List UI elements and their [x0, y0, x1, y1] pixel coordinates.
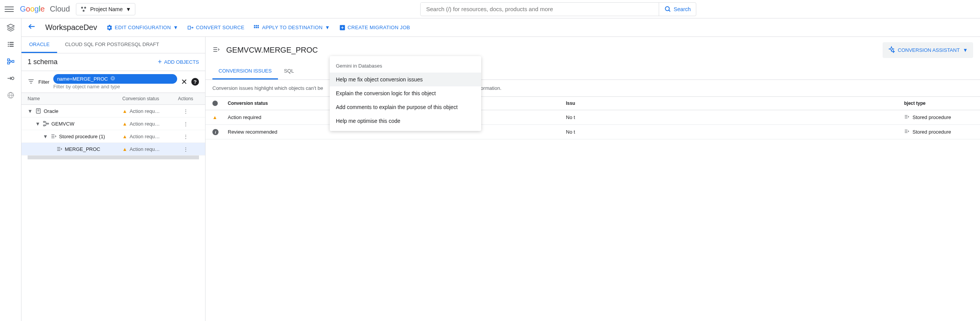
source-tabs: ORACLE CLOUD SQL FOR POSTGRESQL DRAFT — [21, 37, 205, 53]
issue-row[interactable]: ▲ Action required No t Stored procedure — [206, 110, 980, 125]
warning-icon: ▲ — [122, 134, 127, 139]
filter-label: Filter — [38, 79, 49, 85]
help-icon[interactable]: ? — [191, 78, 199, 86]
filter-row: Filter name=MERGE_PROC Filter by object … — [21, 71, 205, 93]
stored-procedure-icon — [904, 129, 909, 135]
svg-rect-6 — [8, 42, 9, 43]
tab-sql[interactable]: SQL — [278, 63, 300, 79]
stored-procedure-icon — [51, 133, 57, 139]
tree-header: Name Conversion status Actions — [21, 93, 205, 105]
svg-rect-8 — [8, 44, 9, 45]
warning-icon: ▲ — [212, 114, 228, 120]
dropdown-item-optimise[interactable]: Help me optimise this code — [330, 114, 481, 128]
search-container: Search — [141, 2, 975, 16]
create-migration-button[interactable]: CREATE MIGRATION JOB — [339, 25, 410, 31]
search-button-label: Search — [674, 6, 691, 12]
horizontal-scrollbar[interactable] — [28, 156, 199, 159]
filter-icon — [28, 78, 35, 86]
stored-procedure-icon — [56, 146, 62, 152]
schema-bar: 1 schema + ADD OBJECTS — [21, 53, 205, 71]
edit-configuration-button[interactable]: EDIT CONFIGURATION ▼ — [106, 25, 178, 31]
nav-globe-icon[interactable] — [6, 91, 15, 100]
tab-oracle[interactable]: ORACLE — [21, 37, 57, 53]
schema-count: 1 schema — [28, 58, 58, 66]
chevron-down-icon: ▼ — [126, 6, 131, 12]
project-icon — [80, 6, 87, 13]
filter-chip: name=MERGE_PROC — [53, 74, 177, 84]
main-container: WorkspaceDev EDIT CONFIGURATION ▼ CONVER… — [0, 18, 980, 321]
row-actions-icon[interactable]: ⋮ — [172, 121, 199, 127]
svg-point-3 — [83, 10, 85, 12]
svg-rect-12 — [7, 59, 9, 61]
search-input[interactable] — [421, 3, 659, 15]
svg-rect-14 — [12, 61, 14, 63]
tab-conversion-issues[interactable]: CONVERSION ISSUES — [212, 63, 278, 79]
tree-row-gemvcw[interactable]: ▼ GEMVCW ▲ Action requ… ⋮ — [21, 117, 205, 130]
schema-icon — [43, 121, 49, 127]
close-filter-icon[interactable]: ✕ — [181, 77, 187, 86]
col-issue: Issu — [566, 101, 904, 106]
chevron-down-icon[interactable]: ▼ — [35, 121, 41, 127]
col-actions: Actions — [172, 96, 199, 101]
detail-tabs: CONVERSION ISSUES SQL — [206, 63, 980, 80]
tree-row-merge-proc[interactable]: MERGE_PROC ▲ Action requ… ⋮ — [21, 143, 205, 156]
chevron-down-icon[interactable]: ▼ — [43, 134, 48, 139]
filter-chip-close-icon[interactable] — [110, 76, 115, 82]
stored-procedure-icon — [904, 114, 909, 121]
nav-connect-icon[interactable] — [6, 74, 15, 83]
search-button[interactable]: Search — [659, 3, 696, 16]
row-actions-icon[interactable]: ⋮ — [172, 108, 199, 114]
conversion-assistant-dropdown: Gemini in Databases Help me fix object c… — [330, 56, 481, 131]
apply-destination-button[interactable]: APPLY TO DESTINATION ▼ — [253, 25, 330, 31]
row-actions-icon[interactable]: ⋮ — [172, 146, 199, 152]
warning-icon: ▲ — [122, 146, 127, 152]
detail-description: Conversion issues highlight which object… — [206, 80, 980, 96]
filter-input-area[interactable]: name=MERGE_PROC Filter by object name an… — [53, 74, 177, 89]
add-objects-button[interactable]: + ADD OBJECTS — [158, 58, 199, 66]
svg-line-5 — [669, 10, 670, 12]
issue-row[interactable]: i Review recommended No t Stored procedu… — [206, 125, 980, 139]
svg-point-4 — [665, 7, 669, 11]
tab-cloudsql[interactable]: CLOUD SQL FOR POSTGRESQL DRAFT — [57, 37, 166, 53]
nav-layers-icon[interactable] — [6, 23, 15, 32]
split-view: ORACLE CLOUD SQL FOR POSTGRESQL DRAFT 1 … — [21, 37, 980, 321]
svg-rect-40 — [43, 121, 45, 122]
convert-source-button[interactable]: CONVERT SOURCE — [187, 25, 245, 31]
row-actions-icon[interactable]: ⋮ — [172, 134, 199, 139]
tree-row-stored-procedure-folder[interactable]: ▼ Stored procedure (1) ▲ Action requ… ⋮ — [21, 130, 205, 143]
svg-rect-10 — [8, 46, 9, 47]
sparkle-icon — [888, 46, 895, 54]
dropdown-item-fix-issues[interactable]: Help me fix object conversion issues — [330, 73, 481, 86]
conversion-assistant-button[interactable]: CONVERSION ASSISTANT ▼ — [883, 42, 973, 58]
google-cloud-logo[interactable]: Google Cloud — [20, 5, 70, 14]
col-status: Conversion status — [122, 96, 172, 101]
chevron-down-icon: ▼ — [325, 25, 330, 30]
svg-rect-41 — [43, 125, 45, 126]
col-name: Name — [28, 96, 122, 101]
plus-box-icon — [339, 25, 345, 31]
back-arrow-icon[interactable] — [28, 22, 36, 33]
chevron-down-icon: ▼ — [173, 25, 178, 30]
project-selector[interactable]: Project Name ▼ — [76, 3, 135, 15]
col-object-type: bject type — [904, 101, 926, 106]
project-name-label: Project Name — [90, 6, 123, 12]
chevron-down-icon[interactable]: ▼ — [28, 108, 33, 114]
svg-rect-27 — [258, 25, 259, 26]
hamburger-menu-icon[interactable] — [5, 5, 14, 14]
tree-row-oracle[interactable]: ▼ Oracle ▲ Action requ… ⋮ — [21, 105, 205, 117]
dropdown-item-explain-logic[interactable]: Explain the conversion logic for this ob… — [330, 86, 481, 100]
dropdown-item-add-comments[interactable]: Add comments to explain the purpose of t… — [330, 100, 481, 114]
grid-icon — [253, 25, 260, 31]
svg-rect-29 — [256, 27, 257, 28]
left-panel: ORACLE CLOUD SQL FOR POSTGRESQL DRAFT 1 … — [21, 37, 206, 321]
cloud-label: Cloud — [50, 5, 70, 13]
search-box: Search — [420, 2, 696, 16]
google-logo-icon: Google — [20, 5, 48, 14]
svg-point-1 — [81, 7, 83, 8]
nav-list-icon[interactable] — [6, 40, 15, 49]
svg-rect-26 — [256, 25, 257, 26]
content-area: WorkspaceDev EDIT CONFIGURATION ▼ CONVER… — [21, 18, 980, 321]
convert-icon — [187, 25, 194, 31]
svg-rect-13 — [7, 62, 9, 64]
nav-workspace-icon[interactable] — [6, 57, 15, 66]
